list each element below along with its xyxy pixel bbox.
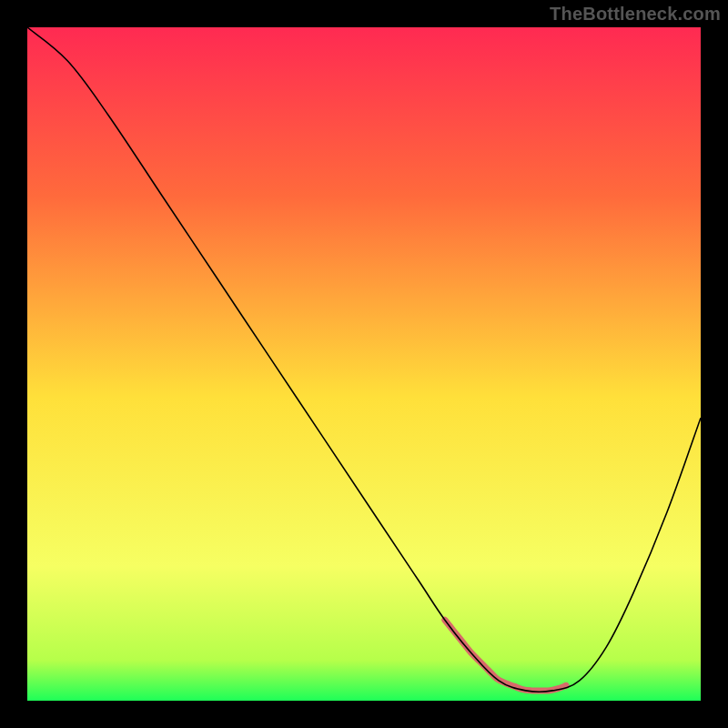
chart-stage: TheBottleneck.com [0,0,728,728]
plot-svg [27,27,701,701]
watermark-text: TheBottleneck.com [550,4,721,25]
plot-frame [27,27,701,701]
gradient-background [27,27,701,701]
